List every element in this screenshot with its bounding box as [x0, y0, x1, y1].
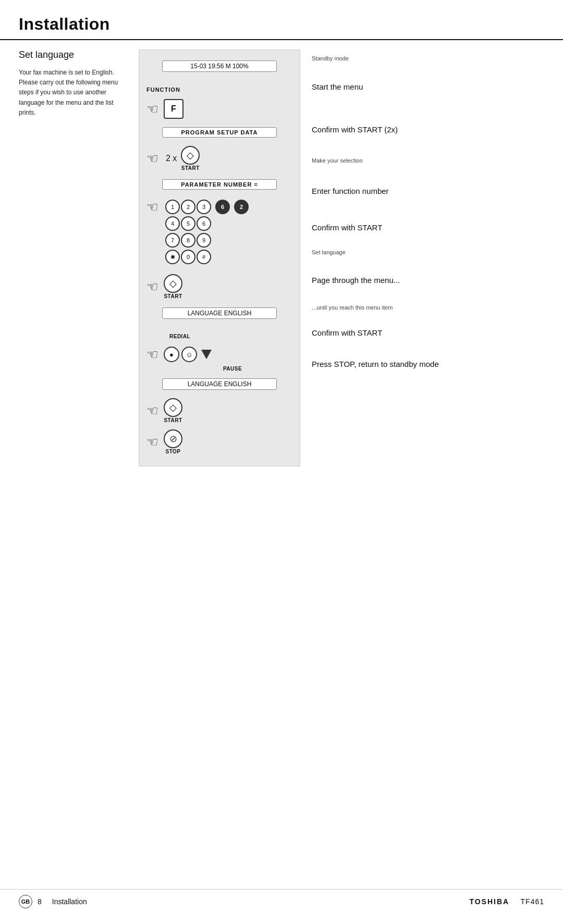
- language-bar-2-wrap: LANGUAGE ENGLISH: [139, 373, 300, 395]
- annot-function-number: Enter function number: [312, 170, 544, 212]
- key-9[interactable]: 9: [197, 233, 211, 248]
- parameter-bar: PARAMETER NUMBER =: [162, 179, 277, 190]
- key-2[interactable]: 2: [181, 200, 195, 214]
- pause-label: PAUSE: [223, 366, 242, 372]
- language-bar-2: LANGUAGE ENGLISH: [162, 378, 277, 390]
- display-top-row: 15-03 19:56 M 100%: [139, 55, 300, 77]
- annot-page-through: Page through the menu...: [312, 262, 544, 299]
- annot-press-stop: Press STOP, return to standby mode: [312, 349, 544, 380]
- language-bar-1: LANGUAGE ENGLISH: [162, 307, 277, 319]
- standby-label: Standby mode: [312, 55, 544, 61]
- pause-button[interactable]: ☺: [181, 347, 197, 362]
- selection-label: Make your selection: [312, 157, 544, 164]
- key-4[interactable]: 4: [165, 216, 180, 231]
- hand-icon-5: ☞: [146, 347, 158, 363]
- annot-standby: Standby mode: [312, 50, 544, 68]
- diagram-column: 15-03 19:56 M 100% FUNCTION ☞ F PROGRAM …: [139, 50, 300, 466]
- parameter-row: PARAMETER NUMBER =: [139, 174, 300, 195]
- start-row-3: ☞ ◇ START: [139, 395, 300, 426]
- page-through-text: Page through the menu...: [312, 275, 544, 286]
- stop-row: ☞ ⊘ STOP: [139, 426, 300, 461]
- page-header: Installation: [0, 0, 563, 40]
- key-7[interactable]: 7: [165, 233, 180, 248]
- section-description: Your fax machine is set to English. Plea…: [19, 68, 129, 118]
- right-column: Standby mode Start the menu Confirm with…: [300, 50, 544, 466]
- set-language-label: Set language: [312, 249, 544, 255]
- annot-until-menu: ...until you reach this menu item: [312, 299, 544, 317]
- hand-icon-7: ☞: [146, 434, 158, 450]
- key-hash[interactable]: #: [197, 250, 211, 264]
- key-5[interactable]: 5: [181, 216, 195, 231]
- key-1[interactable]: 1: [165, 200, 180, 214]
- footer-section: Installation: [52, 897, 87, 906]
- annot-set-language: Set language: [312, 243, 544, 262]
- hand-icon-4: ☞: [146, 279, 158, 295]
- footer-page-number: 8: [38, 897, 42, 906]
- page-title: Installation: [19, 15, 544, 34]
- function-btn-row: ☞ F: [139, 98, 300, 122]
- stop-btn-wrap: ⊘ STOP: [163, 429, 183, 454]
- start-btn-wrap-1: ◇ START: [180, 146, 201, 171]
- start-button-2[interactable]: ◇: [164, 274, 182, 293]
- annot-start-menu: Start the menu: [312, 68, 544, 106]
- hand-icon-6: ☞: [146, 403, 158, 419]
- footer-brand: TOSHIBA: [469, 897, 509, 906]
- press-stop-text: Press STOP, return to standby mode: [312, 359, 544, 369]
- start-label-1: START: [181, 165, 200, 171]
- main-content: Set language Your fax machine is set to …: [0, 50, 563, 466]
- function-label: FUNCTION: [146, 87, 180, 93]
- redial-row: REDIAL: [139, 324, 300, 345]
- key-star[interactable]: ✱: [165, 250, 180, 264]
- key-3[interactable]: 3: [197, 200, 211, 214]
- footer-model: TF461: [521, 897, 544, 906]
- hand-icon-1: ☞: [146, 101, 158, 117]
- start-button-3[interactable]: ◇: [164, 398, 182, 417]
- program-setup-bar: PROGRAM SETUP DATA: [162, 127, 277, 138]
- annot-confirm-2x: Confirm with START (2x): [312, 111, 544, 149]
- key-6-highlight[interactable]: 6: [215, 200, 230, 214]
- arrow-down-icon: [201, 350, 212, 359]
- function-number-text: Enter function number: [312, 186, 544, 196]
- keypad-grid: 1 2 3 4 5 6 7 8 9 ✱ 0 #: [165, 199, 211, 265]
- until-menu-label: ...until you reach this menu item: [312, 304, 544, 311]
- start-row-2: ☞ ◇ START: [139, 271, 300, 302]
- start-menu-text: Start the menu: [312, 82, 544, 92]
- start-button-1[interactable]: ◇: [181, 146, 200, 165]
- gb-badge: GB: [19, 895, 32, 908]
- function-row: FUNCTION: [139, 77, 300, 98]
- redial-button[interactable]: ●: [164, 347, 179, 362]
- hand-icon-3: ☞: [146, 199, 158, 215]
- page-through-row: ☞ ● ☺: [139, 345, 300, 366]
- key-8[interactable]: 8: [181, 233, 195, 248]
- start-btn-wrap-3: ◇ START: [163, 398, 183, 423]
- stop-label: STOP: [165, 449, 180, 454]
- footer-brand-model: TOSHIBA TF461: [469, 897, 544, 906]
- key-6[interactable]: 6: [197, 216, 211, 231]
- start-label-3: START: [164, 417, 182, 423]
- annot-selection: Make your selection: [312, 152, 544, 170]
- start-btn-wrap-2: ◇ START: [163, 274, 183, 299]
- hand-icon-2: ☞: [146, 151, 158, 167]
- function-btn-wrap: F: [163, 99, 185, 119]
- start-2x-row: ☞ 2 x ◇ START: [139, 143, 300, 174]
- language-bar-1-wrap: LANGUAGE ENGLISH: [139, 302, 300, 324]
- start-label-2: START: [164, 293, 182, 299]
- page-footer: GB 8 Installation TOSHIBA TF461: [0, 889, 563, 908]
- program-setup-row: PROGRAM SETUP DATA: [139, 122, 300, 143]
- confirm-start-text: Confirm with START: [312, 223, 544, 233]
- key-0[interactable]: 0: [181, 250, 195, 264]
- annot-confirm-start-2: Confirm with START: [312, 317, 544, 349]
- stop-button[interactable]: ⊘: [164, 429, 182, 448]
- section-title: Set language: [19, 50, 129, 60]
- top-display-bar: 15-03 19:56 M 100%: [162, 60, 277, 72]
- keypad-row: ☞ 1 2 3 4 5 6 7 8 9 ✱ 0 # 6 2: [139, 195, 300, 268]
- left-column: Set language Your fax machine is set to …: [19, 50, 139, 466]
- twox-label: 2 x: [166, 154, 177, 163]
- confirm-start-2-text: Confirm with START: [312, 328, 544, 338]
- redial-label: REDIAL: [169, 334, 190, 339]
- key-2-highlight[interactable]: 2: [234, 200, 249, 214]
- annot-confirm-start-1: Confirm with START: [312, 212, 544, 243]
- confirm-2x-text: Confirm with START (2x): [312, 125, 544, 135]
- function-button[interactable]: F: [164, 99, 183, 119]
